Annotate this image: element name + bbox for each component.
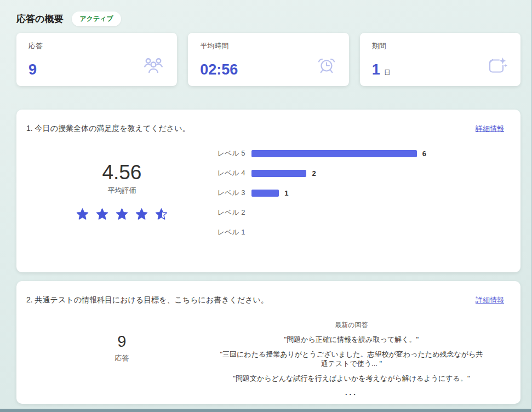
star-icon bbox=[155, 208, 168, 221]
response-count-label: 応答 bbox=[26, 353, 218, 363]
star-icon bbox=[95, 208, 109, 221]
question2-details-link[interactable]: 詳細情報 bbox=[476, 295, 504, 305]
star-icon bbox=[135, 208, 148, 221]
chart-category-label: レベル 1 bbox=[218, 227, 251, 237]
chart-bar-value: 1 bbox=[284, 189, 288, 197]
response-text: "問題文からどんな試行を行えばよいかを考えながら解けるようにする。" bbox=[218, 374, 485, 383]
duration-unit: 日 bbox=[384, 68, 391, 77]
people-icon bbox=[142, 56, 165, 77]
question1-card: 1. 今日の授業全体の満足度を教えてください。 詳細情報 4.56 平均評価 レ… bbox=[16, 110, 520, 272]
question1-details-link[interactable]: 詳細情報 bbox=[476, 124, 504, 134]
star-rating bbox=[26, 208, 218, 221]
stat-label: 平均時間 bbox=[200, 41, 336, 51]
chart-bar-value: 6 bbox=[422, 150, 426, 158]
response-text: "問題から正確に情報を読み取って解く。" bbox=[218, 335, 485, 344]
stat-label: 期間 bbox=[372, 41, 508, 51]
average-rating-label: 平均評価 bbox=[26, 186, 218, 196]
chart-bar-row: レベル 2 bbox=[218, 203, 479, 222]
page-title: 応答の概要 bbox=[16, 13, 63, 25]
stats-row: 応答 9 平均時間 bbox=[16, 33, 520, 86]
responses-count-value: 9 bbox=[28, 62, 37, 77]
star-icon bbox=[115, 208, 129, 221]
chart-category-label: レベル 3 bbox=[218, 188, 251, 198]
page-header: 応答の概要 アクティブ bbox=[16, 10, 520, 27]
question2-title: 2. 共通テストの情報科目における目標を、こちらにお書きください。 bbox=[26, 295, 268, 305]
duration-value: 1 bbox=[372, 62, 380, 77]
status-badge: アクティブ bbox=[72, 12, 121, 26]
stat-card-average-time: 平均時間 02:56 bbox=[188, 33, 348, 86]
window-bottom-edge bbox=[0, 409, 531, 412]
average-rating-value: 4.56 bbox=[26, 161, 218, 184]
rating-bar-chart: レベル 5 6 レベル 4 2 レベル 3 1 レベル 2 bbox=[218, 141, 504, 242]
chart-bar bbox=[251, 190, 279, 197]
star-icon bbox=[76, 208, 89, 221]
response-count-value: 9 bbox=[26, 333, 218, 351]
stat-card-responses: 応答 9 bbox=[16, 33, 177, 86]
latest-responses: 最新の回答 "問題から正確に情報を読み取って解く。" "三回にわたる授業ありがと… bbox=[218, 321, 504, 397]
chart-bar bbox=[251, 150, 417, 157]
stat-card-duration: 期間 1 日 bbox=[360, 33, 520, 86]
chart-bar bbox=[251, 170, 307, 177]
chart-bar-value: 2 bbox=[312, 169, 316, 178]
chart-category-label: レベル 4 bbox=[218, 168, 251, 178]
response-text: "三回にわたる授業ありがとうございました。志望校が変わったため残念ながら共通テス… bbox=[218, 350, 485, 368]
chart-category-label: レベル 5 bbox=[218, 148, 251, 158]
response-count-summary: 9 応答 bbox=[26, 321, 218, 397]
calendar-sparkle-icon bbox=[485, 55, 508, 77]
question2-card: 2. 共通テストの情報科目における目標を、こちらにお書きください。 詳細情報 9… bbox=[16, 281, 520, 404]
chart-bar-row: レベル 3 1 bbox=[218, 183, 479, 203]
more-responses-indicator: ... bbox=[218, 388, 485, 397]
forms-response-summary-page: 応答の概要 アクティブ 応答 9 bbox=[0, 0, 532, 412]
chart-bar-row: レベル 4 2 bbox=[218, 163, 479, 183]
average-time-value: 02:56 bbox=[200, 62, 238, 77]
question1-title: 1. 今日の授業全体の満足度を教えてください。 bbox=[26, 124, 190, 134]
alarm-clock-icon bbox=[316, 55, 337, 77]
chart-category-label: レベル 2 bbox=[218, 208, 251, 218]
rating-summary: 4.56 平均評価 bbox=[26, 141, 218, 242]
latest-responses-header: 最新の回答 bbox=[218, 321, 485, 330]
chart-bar-row: レベル 5 6 bbox=[218, 144, 479, 163]
stat-label: 応答 bbox=[28, 41, 165, 51]
chart-bar-row: レベル 1 bbox=[218, 222, 479, 242]
